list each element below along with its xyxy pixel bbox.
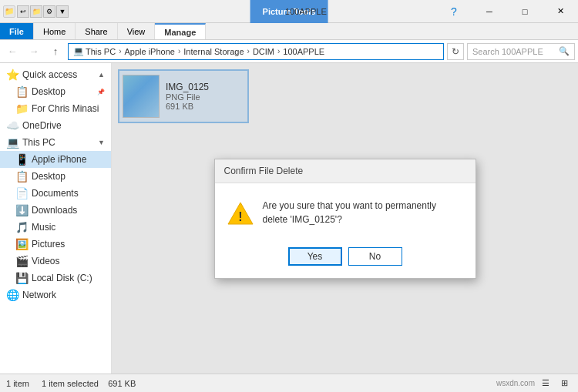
forward-button[interactable]: → xyxy=(25,42,43,61)
app-icon: 📁 xyxy=(3,5,15,18)
grid-view-button[interactable]: ⊞ xyxy=(556,376,572,391)
quick-access-label: Quick access xyxy=(22,69,77,80)
sidebar-item-label: Pictures xyxy=(32,239,65,250)
path-internal: Internal Storage xyxy=(183,47,244,56)
sidebar-item-apple-iphone[interactable]: 📱 Apple iPhone xyxy=(0,151,111,168)
documents-icon: 📄 xyxy=(15,187,28,199)
onedrive-icon: ☁️ xyxy=(6,119,18,132)
item-selected: 1 item selected 691 KB xyxy=(42,379,136,388)
this-pc-icon: 💻 xyxy=(6,136,18,149)
tab-file[interactable]: File xyxy=(0,23,34,39)
tab-share[interactable]: Share xyxy=(76,23,117,39)
sidebar-item-network[interactable]: 🌐 Network xyxy=(0,286,111,303)
address-bar: ← → ↑ 💻 This PC › Apple iPhone › Interna… xyxy=(0,40,578,63)
downloads-icon: ⬇️ xyxy=(15,204,28,216)
network-icon: 🌐 xyxy=(6,289,18,301)
sidebar-item-label: This PC xyxy=(22,137,55,148)
back-button[interactable]: ← xyxy=(3,42,22,61)
dialog-title: Confirm File Delete xyxy=(224,166,304,176)
properties-icon[interactable]: ⚙ xyxy=(43,5,55,18)
sidebar-item-label: Network xyxy=(22,290,56,300)
quick-access-icon: ⭐ xyxy=(6,69,18,81)
sidebar-item-music[interactable]: 🎵 Music xyxy=(0,219,111,236)
desktop-icon: 📋 xyxy=(15,85,28,98)
svg-text:!: ! xyxy=(238,210,242,223)
refresh-button[interactable]: ↻ xyxy=(447,43,464,60)
sidebar-item-local-disk[interactable]: 💾 Local Disk (C:) xyxy=(0,270,111,286)
confirm-delete-dialog: Confirm File Delete ! Are you sure that … xyxy=(214,159,476,279)
sidebar-item-label: Videos xyxy=(32,256,59,266)
tab-manage[interactable]: Manage xyxy=(155,23,206,39)
videos-icon: 🎬 xyxy=(15,255,28,267)
title-bar: 📁 ↩ 📁 ⚙ ▼ Picture Tools 100APPLE ? ─ □ ✕ xyxy=(0,0,578,23)
sidebar-item-label: Desktop xyxy=(32,86,66,97)
window-title: 100APPLE xyxy=(285,0,327,23)
quick-access-toolbar: ↩ 📁 ⚙ ▼ xyxy=(17,5,69,18)
ribbon: File Home Share View Manage xyxy=(0,23,578,40)
path-icon: 💻 xyxy=(73,46,84,56)
sidebar-item-label: Local Disk (C:) xyxy=(32,273,92,283)
sidebar-item-label: Desktop xyxy=(32,171,66,182)
sidebar: ⭐ Quick access ▲ 📋 Desktop 📌 📁 For Chris… xyxy=(0,63,112,374)
local-disk-icon: 💾 xyxy=(15,272,28,284)
sidebar-item-label: Documents xyxy=(32,188,79,199)
yes-button[interactable]: Yes xyxy=(288,247,342,266)
new-folder-icon[interactable]: 📁 xyxy=(30,5,42,18)
sidebar-item-label: Apple iPhone xyxy=(32,154,86,165)
close-button[interactable]: ✕ xyxy=(543,0,578,23)
dialog-buttons: Yes No xyxy=(215,241,476,278)
warning-icon: ! xyxy=(227,200,254,229)
pin-icon: 📌 xyxy=(97,89,105,95)
search-box[interactable]: Search 100APPLE 🔍 xyxy=(467,43,575,60)
sidebar-item-chris[interactable]: 📁 For Chris Minasi xyxy=(0,100,111,117)
sidebar-item-desktop2[interactable]: 📋 Desktop xyxy=(0,168,111,185)
tab-view[interactable]: View xyxy=(118,23,156,39)
content-area: IMG_0125 PNG File 691 KB Confirm File De… xyxy=(112,63,578,374)
folder-chris-icon: 📁 xyxy=(15,102,28,115)
dialog-message: Are you sure that you want to permanentl… xyxy=(263,199,463,226)
chevron-icon: ▲ xyxy=(98,71,105,79)
up-button[interactable]: ↑ xyxy=(46,42,65,61)
sidebar-item-desktop[interactable]: 📋 Desktop 📌 xyxy=(0,83,111,100)
path-iphone: Apple iPhone xyxy=(124,47,174,56)
brand-label: wsxdn.com xyxy=(496,379,535,387)
dialog-overlay: Confirm File Delete ! Are you sure that … xyxy=(112,63,578,374)
undo-icon[interactable]: ↩ xyxy=(17,5,29,18)
maximize-button[interactable]: □ xyxy=(507,0,543,23)
sidebar-item-pictures[interactable]: 🖼️ Pictures xyxy=(0,236,111,253)
status-right: wsxdn.com ☰ ⊞ xyxy=(496,376,572,391)
sidebar-item-this-pc[interactable]: 💻 This PC ▼ xyxy=(0,134,111,151)
pictures-icon: 🖼️ xyxy=(15,238,28,250)
customize-icon[interactable]: ▼ xyxy=(56,5,69,18)
status-bar: 1 item 1 item selected 691 KB wsxdn.com … xyxy=(0,374,578,392)
list-view-button[interactable]: ☰ xyxy=(538,376,553,391)
search-placeholder: Search 100APPLE xyxy=(472,47,556,56)
path-dcim: DCIM xyxy=(253,47,274,56)
path-this-pc: This PC xyxy=(86,47,116,56)
sidebar-item-label: For Chris Minasi xyxy=(32,103,99,114)
sidebar-item-onedrive[interactable]: ☁️ OneDrive xyxy=(0,117,111,134)
sidebar-item-label: Music xyxy=(32,222,55,233)
window-controls: ? ─ □ ✕ xyxy=(436,0,578,23)
music-icon: 🎵 xyxy=(15,221,28,233)
minimize-button[interactable]: ─ xyxy=(472,0,507,23)
path-100apple: 100APPLE xyxy=(283,47,324,56)
chevron-down-icon: ▼ xyxy=(98,139,105,146)
sidebar-quick-access[interactable]: ⭐ Quick access ▲ xyxy=(0,66,111,83)
sidebar-item-documents[interactable]: 📄 Documents xyxy=(0,185,111,202)
search-icon[interactable]: 🔍 xyxy=(559,46,570,56)
item-count: 1 item xyxy=(6,379,29,388)
title-bar-left: 📁 ↩ 📁 ⚙ ▼ xyxy=(3,5,69,18)
sidebar-item-label: OneDrive xyxy=(22,120,62,131)
iphone-icon: 📱 xyxy=(15,153,28,166)
help-button[interactable]: ? xyxy=(436,0,472,23)
address-path[interactable]: 💻 This PC › Apple iPhone › Internal Stor… xyxy=(68,43,444,60)
desktop2-icon: 📋 xyxy=(15,170,28,183)
no-button[interactable]: No xyxy=(348,247,402,266)
dialog-body: ! Are you sure that you want to permanen… xyxy=(215,183,476,241)
dialog-title-bar: Confirm File Delete xyxy=(215,159,476,183)
sidebar-item-label: Downloads xyxy=(32,205,77,216)
sidebar-item-videos[interactable]: 🎬 Videos xyxy=(0,253,111,270)
tab-home[interactable]: Home xyxy=(34,23,76,39)
sidebar-item-downloads[interactable]: ⬇️ Downloads xyxy=(0,202,111,219)
